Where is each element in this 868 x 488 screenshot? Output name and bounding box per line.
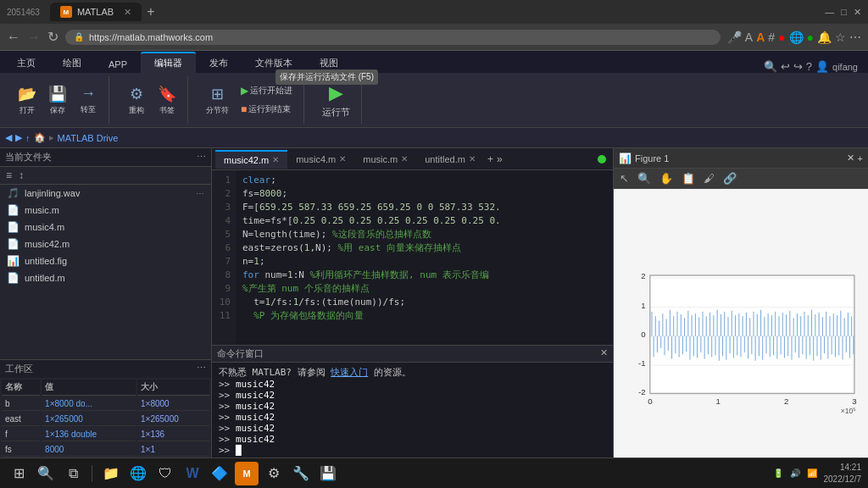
maximize-button[interactable]: □ [841, 7, 847, 18]
nav-up[interactable]: ↑ [25, 133, 31, 143]
add-editor-tab-button[interactable]: + [487, 153, 493, 165]
editor-tab-music42[interactable]: music42.m ✕ [215, 150, 287, 169]
matlab-taskbar-button[interactable]: M [235, 462, 259, 485]
editor-tab-music[interactable]: music.m ✕ [354, 151, 416, 168]
var-row-east[interactable]: east 1×265000 1×265000 [2, 413, 209, 426]
editor-tab-music4[interactable]: music4.m ✕ [287, 151, 354, 168]
tab-home[interactable]: 主页 [3, 53, 49, 73]
var-row-f[interactable]: f 1×136 double 1×136 [2, 428, 209, 441]
path-drive[interactable]: MATLAB Drive [58, 133, 119, 143]
app5-button[interactable]: ⚙ [262, 462, 286, 485]
nav-back[interactable]: ◀ [5, 132, 12, 143]
path-home[interactable]: 🏠 [34, 132, 46, 143]
browser-ext6[interactable]: ● [807, 30, 814, 44]
word-button[interactable]: W [181, 462, 204, 485]
file-item-music[interactable]: 📄 music.m [0, 202, 211, 219]
minimize-button[interactable]: — [825, 7, 834, 18]
browser-ext2[interactable]: A [756, 30, 765, 44]
tab-publish[interactable]: 发布 [196, 53, 242, 73]
file-item-music4[interactable]: 📄 music4.m [0, 219, 211, 236]
cmd-input[interactable]: █ [236, 445, 242, 456]
editor-tab-untitled[interactable]: untitled.m ✕ [416, 151, 484, 168]
browser-ext5[interactable]: 🌐 [789, 30, 804, 44]
browser-tab-matlab[interactable]: M MATLAB ✕ [50, 3, 142, 21]
command-window-content[interactable]: 不熟悉 MATLAB? 请参阅 快速入门 的资源。 >> music42 >> … [212, 363, 613, 472]
user-icon[interactable]: 👤 [815, 60, 829, 73]
figure-tool-link[interactable]: 🔗 [721, 171, 739, 186]
add-figure-icon[interactable]: + [858, 153, 863, 164]
file-menu-icon[interactable]: ⋯ [196, 189, 204, 198]
run-advance-button[interactable]: ▶ 运行开始进 [236, 82, 297, 99]
tab-close-icon[interactable]: ✕ [469, 154, 476, 164]
file-explorer-button[interactable]: 📁 [99, 462, 123, 485]
browser-ext4[interactable]: ● [778, 30, 785, 44]
sidebar-filter-icon[interactable]: ≡ [3, 169, 14, 182]
restructure-button[interactable]: ⚙ 重构 [123, 82, 150, 119]
run-section-button[interactable]: ▶ 运行节 [318, 80, 354, 121]
forward-button[interactable]: → [27, 30, 41, 45]
current-folder-label: 当前文件夹 [5, 151, 52, 164]
figure-close-icon[interactable]: ✕ [847, 152, 854, 164]
open-button[interactable]: 📂 打开 [14, 82, 41, 119]
var-row-fs[interactable]: fs 8000 1×1 [2, 443, 209, 457]
new-tab-button[interactable]: + [142, 4, 159, 19]
tab-close-icon[interactable]: ✕ [339, 154, 346, 164]
search-button[interactable]: 🔍 [34, 462, 58, 485]
tab-close-icon[interactable]: ✕ [401, 154, 408, 164]
more-tabs-button[interactable]: » [497, 153, 503, 165]
url-box[interactable]: 🔒 https://matlab.mathworks.com [65, 30, 721, 45]
browser-tab-close[interactable]: ✕ [124, 7, 131, 18]
figure-tool-zoom-in[interactable]: 🔍 [635, 171, 654, 186]
run-end-button[interactable]: ■ 运行到结束 [236, 101, 297, 118]
tab-editor[interactable]: 编辑器 [141, 52, 196, 73]
toolbar-undo[interactable]: ↩ [781, 60, 790, 73]
tab-plot[interactable]: 绘图 [49, 53, 95, 73]
shield-button[interactable]: 🛡 [153, 462, 177, 485]
save-button[interactable]: 💾 保存 [44, 82, 71, 119]
close-button[interactable]: ✕ [854, 7, 861, 18]
sidebar-menu-icon[interactable]: ⋯ [197, 152, 206, 163]
workspace-menu-icon[interactable]: ⋯ [197, 363, 206, 375]
browser-ext3[interactable]: # [768, 30, 775, 44]
figure-tool-data[interactable]: 📋 [679, 171, 698, 186]
var-row-b[interactable]: b 1×8000 do... 1×8000 [2, 397, 209, 411]
bookmark-button[interactable]: 🔖 书签 [153, 82, 181, 119]
app7-button[interactable]: 💾 [316, 462, 340, 485]
url-text: https://matlab.mathworks.com [89, 32, 213, 42]
svg-text:-1: -1 [638, 358, 646, 368]
refresh-button[interactable]: ↻ [47, 29, 58, 45]
code-area[interactable]: 1234567891011 clear; fs=8000; F=[659.25 … [212, 170, 613, 345]
browser-fav[interactable]: ☆ [835, 30, 846, 44]
goto-button[interactable]: → 转至 [75, 82, 102, 118]
help-icon[interactable]: ? [806, 60, 812, 73]
browser-ext1[interactable]: A [745, 30, 753, 44]
search-icon[interactable]: 🔍 [764, 60, 777, 73]
separator-button[interactable]: ⊞ 分节符 [202, 82, 233, 119]
file-item-untitled-m[interactable]: 📄 untitled.m [0, 269, 211, 286]
toolbar-redo[interactable]: ↪ [793, 60, 803, 73]
task-view-button[interactable]: ⧉ [61, 462, 85, 485]
cmd-prompt-line[interactable]: >> █ [219, 445, 606, 456]
figure-tool-select[interactable]: ↖ [617, 171, 632, 186]
sidebar-sort-icon[interactable]: ↕ [16, 169, 26, 182]
app6-button[interactable]: 🔧 [289, 462, 313, 485]
file-item-lanjinling[interactable]: 🎵 lanjinling.wav ⋯ [0, 185, 211, 202]
start-button[interactable]: ⊞ [7, 462, 31, 485]
figure-tool-pan[interactable]: ✋ [657, 171, 676, 186]
nav-forward[interactable]: ▶ [15, 132, 22, 143]
cmd-window-close[interactable]: ✕ [600, 347, 608, 360]
tab-close-icon[interactable]: ✕ [272, 155, 279, 164]
file-item-untitled-fig[interactable]: 📊 untitled.fig [0, 252, 211, 269]
voice-icon[interactable]: 🎤 [727, 30, 742, 44]
tab-app[interactable]: APP [95, 56, 141, 73]
browser-menu[interactable]: ⋯ [849, 30, 861, 44]
browser-ext7[interactable]: 🔔 [817, 30, 832, 44]
back-button[interactable]: ← [7, 30, 20, 45]
file-item-music42[interactable]: 📄 music42.m [0, 236, 211, 252]
app3-button[interactable]: 🔷 [208, 462, 231, 485]
code-editor[interactable]: clear; fs=8000; F=[659.25 587.33 659.25 … [236, 170, 613, 345]
path-bar: ◀ ▶ ↑ 🏠 ▸ MATLAB Drive [0, 128, 868, 148]
figure-tool-brush[interactable]: 🖌 [701, 171, 717, 186]
edge-button[interactable]: 🌐 [126, 462, 150, 485]
hint-link[interactable]: 快速入门 [331, 367, 368, 378]
